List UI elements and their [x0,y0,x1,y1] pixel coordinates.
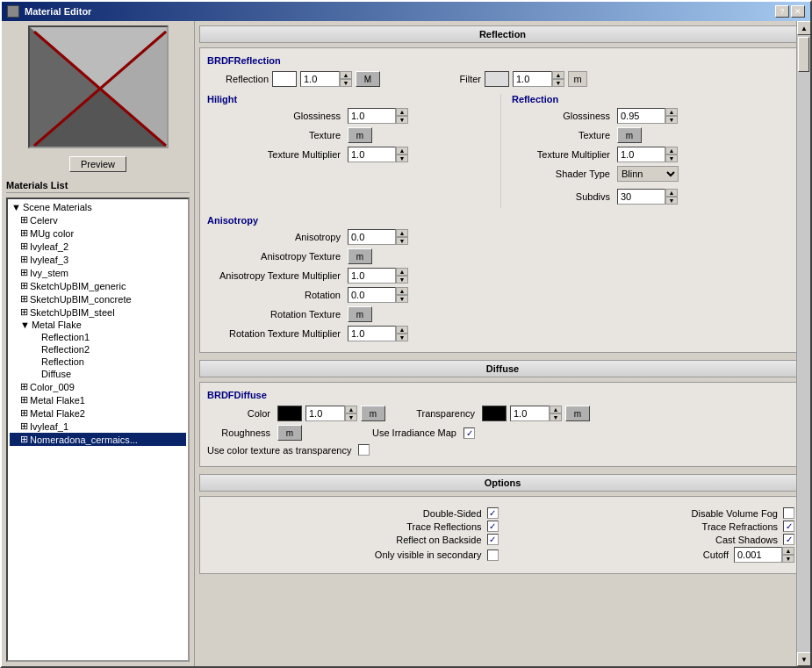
double-sided-checkbox[interactable] [487,507,499,519]
rotation-down[interactable]: ▼ [396,295,408,303]
cutoff-spin[interactable]: ▲ ▼ [734,547,794,563]
aniso-texmult-spin[interactable]: ▲ ▼ [348,268,408,284]
refl-texmult-up[interactable]: ▲ [665,147,678,154]
tree-item-scene-materials[interactable]: ▼ Scene Materials [10,201,186,213]
rotation-spin[interactable]: ▲ ▼ [348,287,408,303]
anisotropy-spin[interactable]: ▲ ▼ [348,229,408,245]
transparency-value-input[interactable] [510,406,550,421]
refl-texmult-input[interactable] [617,147,665,162]
subdivs-up[interactable]: ▲ [665,189,678,197]
trace-reflections-checkbox[interactable] [487,521,499,532]
tree-item-color009[interactable]: ⊞ Color_009 [10,380,186,393]
use-color-tex-checkbox[interactable] [358,444,370,456]
hilight-texmult-spin[interactable]: ▲ ▼ [348,147,408,162]
close-button[interactable]: ✕ [791,5,805,18]
shader-type-select[interactable]: Blinn [617,166,679,182]
rot-texture-button[interactable]: m [348,306,372,322]
hilight-texmult-input[interactable] [348,147,396,162]
filter-color-box[interactable] [485,71,509,87]
reflection-value-spin[interactable]: ▲ ▼ [300,71,352,87]
scroll-up-button[interactable]: ▲ [797,21,810,35]
reflection-value-input[interactable] [300,71,340,87]
aniso-texture-button[interactable]: m [348,248,372,264]
tree-item-nomeradona[interactable]: ⊞ Nomeradona_cermaics... [10,433,186,446]
tree-item-bim-concrete[interactable]: ⊞ SketchUpBIM_concrete [10,292,186,305]
aniso-texmult-down[interactable]: ▼ [396,276,408,284]
reflection-spin-buttons[interactable]: ▲ ▼ [340,71,352,87]
tree-item-metal-flake1[interactable]: ⊞ Metal Flake1 [10,393,186,406]
anisotropy-up[interactable]: ▲ [396,229,408,237]
tree-item-ivyleaf3[interactable]: ⊞ Ivyleaf_3 [10,253,186,266]
color-m-button[interactable]: m [361,406,385,421]
transparency-color-box[interactable] [482,406,507,421]
tree-item-ivyleaf2[interactable]: ⊞ Ivyleaf_2 [10,240,186,253]
rot-texmult-down[interactable]: ▼ [396,334,408,341]
refl-glossiness-spin[interactable]: ▲ ▼ [617,108,678,124]
tree-item-reflection1[interactable]: Reflection1 [10,331,186,343]
materials-tree[interactable]: ▼ Scene Materials ⊞ Celerv ⊞ MUg color ⊞… [6,198,190,662]
tree-item-ivystem[interactable]: ⊞ Ivy_stem [10,266,186,279]
filter-value-input[interactable] [513,71,552,87]
tree-item-reflection2[interactable]: Reflection2 [10,343,186,356]
refl-glossiness-input[interactable] [617,108,665,124]
refl-texmult-down[interactable]: ▼ [665,154,678,162]
scroll-thumb[interactable] [798,37,809,72]
rotation-input[interactable] [348,287,396,303]
scroll-area[interactable]: Reflection BRDFReflection Reflection [195,21,810,666]
filter-value-spin[interactable]: ▲ ▼ [513,71,564,87]
tree-item-metal-flake[interactable]: ▼ Metal Flake [10,319,186,331]
help-button[interactable]: ? [775,5,789,18]
hilight-glossiness-input[interactable] [348,108,396,124]
irradiance-checkbox[interactable] [463,427,475,439]
rot-texmult-spin[interactable]: ▲ ▼ [348,326,408,341]
refl-texmult-spin[interactable]: ▲ ▼ [617,147,678,162]
scrollbar-vertical[interactable]: ▲ ▼ [796,21,810,666]
scroll-track[interactable] [797,35,810,652]
transparency-value-spin[interactable]: ▲ ▼ [510,406,562,421]
transp-spin-down[interactable]: ▼ [550,413,562,421]
aniso-texmult-input[interactable] [348,268,396,284]
subdivs-spin[interactable]: ▲ ▼ [617,189,678,205]
tree-item-bim-steel[interactable]: ⊞ SketchUpBIM_steel [10,305,186,319]
refl-gloss-up[interactable]: ▲ [665,108,678,116]
cutoff-input[interactable] [734,547,782,563]
rot-texmult-up[interactable]: ▲ [396,326,408,334]
rot-texmult-input[interactable] [348,326,396,341]
cutoff-up[interactable]: ▲ [782,547,794,555]
only-visible-checkbox[interactable] [487,549,499,561]
reflection-spin-down[interactable]: ▼ [340,79,352,87]
tree-item-metal-flake2[interactable]: ⊞ Metal Flake2 [10,406,186,420]
transp-spin-up[interactable]: ▲ [550,406,562,413]
aniso-texmult-up[interactable]: ▲ [396,268,408,276]
refl-texture-button[interactable]: m [617,127,642,143]
hilight-glossiness-spin[interactable]: ▲ ▼ [348,108,408,124]
tree-item-mug[interactable]: ⊞ MUg color [10,226,186,240]
hilight-texture-button[interactable]: m [348,127,372,143]
trace-refractions-checkbox[interactable] [783,521,794,532]
subdivs-input[interactable] [617,189,665,205]
tree-item-diffuse[interactable]: Diffuse [10,368,186,380]
tree-item-celery[interactable]: ⊞ Celerv [10,213,186,226]
hilight-gloss-up[interactable]: ▲ [396,108,408,116]
tree-item-reflection[interactable]: Reflection [10,356,186,368]
filter-spin-down[interactable]: ▼ [552,79,564,87]
hilight-gloss-down[interactable]: ▼ [396,116,408,124]
reflection-spin-up[interactable]: ▲ [340,71,352,79]
filter-spin-up[interactable]: ▲ [552,71,564,79]
cast-shadows-checkbox[interactable] [783,534,794,545]
anisotropy-input[interactable] [348,229,396,245]
tree-item-ivyleaf1[interactable]: ⊞ Ivyleaf_1 [10,420,186,433]
tree-item-bim-generic[interactable]: ⊞ SketchUpBIM_generic [10,279,186,292]
reflect-backside-checkbox[interactable] [487,534,499,545]
rotation-up[interactable]: ▲ [396,287,408,295]
subdivs-down[interactable]: ▼ [665,197,678,205]
reflection-color-box[interactable] [272,71,297,87]
color-value-input[interactable] [305,406,345,421]
refl-gloss-down[interactable]: ▼ [665,116,678,124]
roughness-m-button[interactable]: m [277,425,302,441]
hilight-texmult-down[interactable]: ▼ [396,154,408,162]
color-value-spin[interactable]: ▲ ▼ [305,406,357,421]
disable-vol-fog-checkbox[interactable] [783,507,794,519]
preview-button[interactable]: Preview [69,156,126,172]
hilight-texmult-up[interactable]: ▲ [396,147,408,154]
